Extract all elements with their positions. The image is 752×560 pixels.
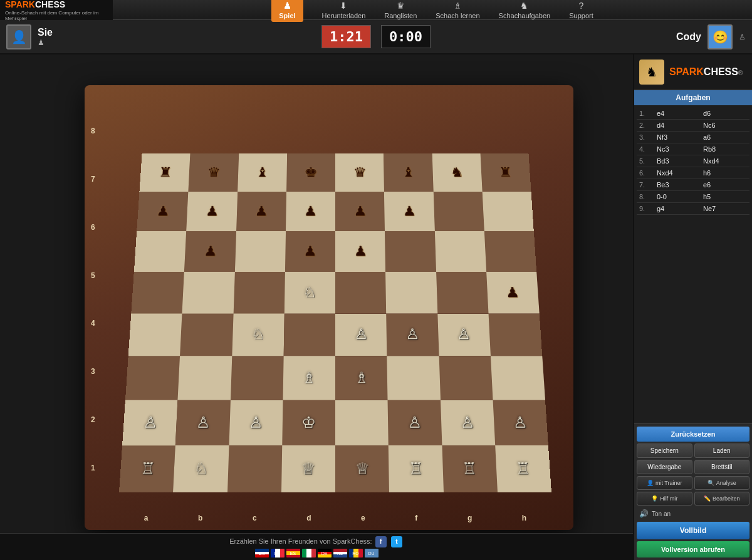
move-white-3[interactable]: Nf3: [654, 133, 701, 142]
piece-g8[interactable]: ♞: [432, 153, 482, 191]
reset-button[interactable]: Zurücksetzen: [637, 427, 749, 442]
move-black-2[interactable]: Nc6: [701, 121, 747, 130]
cell-d3[interactable]: ♗: [283, 356, 335, 400]
lang-ro[interactable]: RO: [349, 549, 363, 557]
cell-f4[interactable]: ♙: [386, 313, 439, 356]
cell-a8[interactable]: ♜: [139, 153, 190, 191]
cell-e2[interactable]: [335, 400, 389, 445]
cell-b1[interactable]: ♘: [173, 445, 229, 492]
move-black-8[interactable]: h5: [701, 192, 747, 201]
cell-h7[interactable]: [482, 191, 533, 231]
cell-a6[interactable]: [134, 231, 187, 271]
piece-a1[interactable]: ♖: [119, 445, 175, 492]
cell-b2[interactable]: ♙: [175, 400, 230, 445]
lang-fr[interactable]: FR: [271, 549, 285, 557]
piece-a2[interactable]: ♙: [122, 400, 178, 445]
cell-d5[interactable]: ♘: [285, 271, 335, 313]
cell-a4[interactable]: [128, 313, 182, 356]
lang-du[interactable]: DU: [365, 549, 379, 557]
cell-h4[interactable]: [488, 313, 542, 356]
lang-en[interactable]: EN: [255, 549, 269, 557]
piece-b7[interactable]: ♟: [186, 191, 237, 231]
cell-d8[interactable]: ♚: [286, 153, 335, 191]
cell-f7[interactable]: ♟: [384, 191, 434, 231]
lang-nl[interactable]: NL: [333, 549, 347, 557]
piece-d7[interactable]: ♟: [286, 191, 335, 231]
cell-f3[interactable]: [387, 356, 441, 400]
nav-item-support[interactable]: ? Support: [569, 1, 593, 19]
cell-h5[interactable]: ♟: [486, 271, 540, 313]
cell-h2[interactable]: ♙: [493, 400, 548, 445]
piece-b8[interactable]: ♛: [189, 153, 239, 191]
nav-item-schachaufgaben[interactable]: ♞ Schachaufgaben: [499, 1, 551, 19]
piece-h8[interactable]: ♜: [480, 153, 531, 191]
move-white-1[interactable]: e4: [654, 109, 701, 118]
cell-c8[interactable]: ♝: [238, 153, 287, 191]
piece-d5[interactable]: ♘: [285, 271, 335, 313]
move-white-9[interactable]: g4: [654, 204, 701, 213]
move-white-4[interactable]: Nc3: [654, 145, 701, 153]
piece-c4[interactable]: ♘: [232, 313, 285, 356]
cell-g7[interactable]: [433, 191, 484, 231]
lang-es[interactable]: ES: [286, 549, 300, 557]
piece-e8[interactable]: ♛: [335, 153, 384, 191]
chess-board[interactable]: ♜♛♝♚♛♝♞♜♟♟♟♟♟♟♟♟♟♘♟♘♙♙♙♗♗♙♙♙♔♙♙♙♖♘♕♕♖♖♖: [119, 153, 551, 492]
piece-e4[interactable]: ♙: [335, 313, 387, 356]
cell-e8[interactable]: ♛: [335, 153, 384, 191]
piece-c2[interactable]: ♙: [229, 400, 283, 445]
piece-d8[interactable]: ♚: [286, 153, 335, 191]
board-style-button[interactable]: Brettstil: [694, 460, 750, 474]
cell-a7[interactable]: ♟: [137, 191, 188, 231]
piece-b6[interactable]: ♟: [184, 231, 236, 271]
move-black-3[interactable]: a6: [701, 133, 747, 142]
cell-g2[interactable]: ♙: [441, 400, 495, 445]
move-black-1[interactable]: d6: [701, 109, 747, 118]
move-white-8[interactable]: 0-0: [654, 192, 701, 201]
help-button[interactable]: 💡 Hilf mir: [637, 492, 692, 506]
replay-button[interactable]: Wiedergabe: [637, 460, 692, 474]
cell-c3[interactable]: [230, 356, 283, 400]
move-white-5[interactable]: Bd3: [654, 157, 701, 165]
cell-g5[interactable]: [436, 271, 489, 313]
nav-item-spiel[interactable]: ♟ Spiel: [271, 0, 303, 22]
move-black-7[interactable]: e6: [701, 180, 747, 189]
cell-c6[interactable]: [234, 231, 285, 271]
cell-h8[interactable]: ♜: [480, 153, 531, 191]
cell-c1[interactable]: [227, 445, 283, 492]
cell-f5[interactable]: [385, 271, 437, 313]
piece-e3[interactable]: ♗: [335, 356, 388, 400]
trainer-button[interactable]: 👤 mit Trainer: [637, 476, 692, 490]
cell-e1[interactable]: ♕: [335, 445, 389, 492]
piece-a7[interactable]: ♟: [137, 191, 188, 231]
piece-f7[interactable]: ♟: [384, 191, 434, 231]
cell-g1[interactable]: ♖: [442, 445, 498, 492]
cell-g4[interactable]: ♙: [437, 313, 491, 356]
cell-d1[interactable]: ♕: [281, 445, 335, 492]
piece-f1[interactable]: ♖: [389, 445, 444, 492]
piece-d1[interactable]: ♕: [281, 445, 335, 492]
nav-item-ranglisten[interactable]: ♛ Ranglisten: [384, 1, 417, 19]
cell-h1[interactable]: ♖: [495, 445, 551, 492]
move-white-6[interactable]: Nxd4: [654, 169, 701, 177]
piece-e7[interactable]: ♟: [335, 191, 385, 231]
cell-g3[interactable]: [439, 356, 493, 400]
cell-d7[interactable]: ♟: [286, 191, 335, 231]
piece-e6[interactable]: ♟: [335, 231, 385, 271]
piece-h2[interactable]: ♙: [493, 400, 548, 445]
cell-e6[interactable]: ♟: [335, 231, 385, 271]
move-white-2[interactable]: d4: [654, 121, 701, 130]
move-black-9[interactable]: Ne7: [701, 204, 747, 213]
cell-e4[interactable]: ♙: [335, 313, 387, 356]
cell-e7[interactable]: ♟: [335, 191, 385, 231]
full-version-button[interactable]: Vollversion abrufen: [637, 541, 749, 557]
piece-h5[interactable]: ♟: [486, 271, 540, 313]
cell-h6[interactable]: [484, 231, 537, 271]
nav-item-schach-lernen[interactable]: ♗ Schach lernen: [436, 1, 479, 19]
piece-d2[interactable]: ♔: [282, 400, 335, 445]
piece-a8[interactable]: ♜: [139, 153, 190, 191]
cell-f6[interactable]: [385, 231, 436, 271]
move-white-7[interactable]: Be3: [654, 180, 701, 189]
cell-a2[interactable]: ♙: [122, 400, 178, 445]
move-black-4[interactable]: Rb8: [701, 145, 747, 153]
twitter-icon[interactable]: t: [391, 536, 402, 547]
